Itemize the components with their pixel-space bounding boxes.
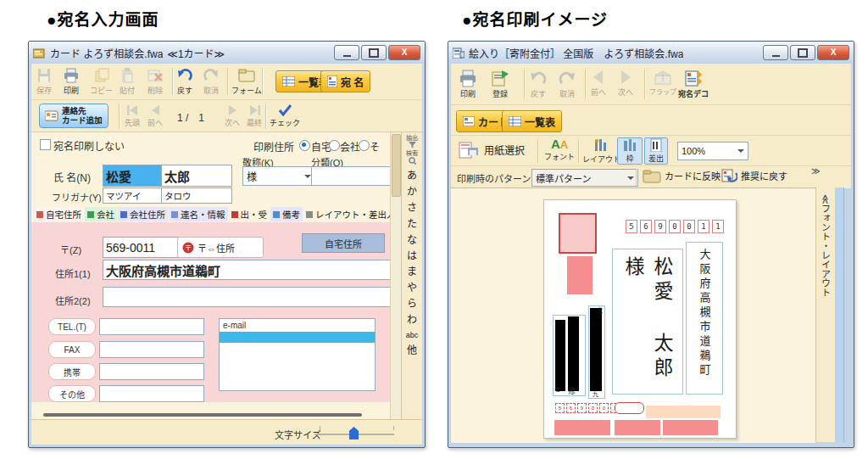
- right-title-bar[interactable]: 絵入り［寄附金付］ 全国版 よろず相談会.fwa X: [448, 42, 854, 64]
- paper-select-button[interactable]: 用紙選択: [458, 139, 525, 160]
- redo-button[interactable]: 取消: [203, 67, 220, 96]
- address1-label: 住所1(1): [55, 266, 91, 280]
- expand-panel-button[interactable]: ≫: [811, 166, 819, 176]
- tab-layout-sender[interactable]: レイアウト・差出人: [303, 207, 398, 221]
- radio-other[interactable]: [359, 140, 370, 151]
- index-sa[interactable]: さ: [407, 200, 417, 216]
- tel-input[interactable]: [99, 318, 204, 335]
- tab-list[interactable]: 一覧表: [502, 110, 562, 132]
- copy-button[interactable]: コピー: [90, 67, 113, 96]
- prev-record-button[interactable]: 前へ: [147, 104, 163, 128]
- close-button[interactable]: X: [817, 45, 849, 60]
- check-button[interactable]: チェック: [270, 104, 300, 128]
- zoom-select[interactable]: 100%: [677, 142, 748, 160]
- atena-view-button[interactable]: 宛 名: [320, 70, 370, 92]
- prev-button[interactable]: 前へ: [590, 69, 607, 98]
- tab-notes[interactable]: 備考: [270, 207, 303, 221]
- register-button[interactable]: 登録: [490, 69, 510, 99]
- next-button[interactable]: 次へ: [617, 69, 634, 98]
- section-tabs: 自宅住所 会社 会社住所 連名・情報 出・受 備考 レイアウト・差出人: [34, 207, 398, 221]
- first-record-button[interactable]: 先頭: [125, 104, 140, 128]
- save-button[interactable]: 保存: [36, 67, 53, 96]
- tab-company-address[interactable]: 会社住所: [118, 207, 168, 221]
- pattern-select[interactable]: 標準パターン: [531, 169, 638, 187]
- index-ya[interactable]: や: [407, 280, 417, 296]
- sender-toggle-button[interactable]: 差出: [644, 137, 668, 165]
- recipient-name-frame[interactable]: 松愛 太郎 様: [612, 249, 683, 395]
- index-wa[interactable]: わ: [407, 312, 417, 328]
- index-abc[interactable]: abc: [406, 328, 419, 343]
- fax-input[interactable]: [99, 341, 204, 358]
- font-button[interactable]: AA フォント: [544, 137, 575, 162]
- prev-icon: [148, 104, 162, 116]
- sender-name-frame[interactable]: 七 修: [553, 315, 586, 396]
- radio-company[interactable]: [329, 140, 340, 151]
- delete-button[interactable]: 削除: [147, 67, 164, 96]
- zip-address-convert-button[interactable]: 〒 〒⇔住所: [177, 237, 264, 258]
- minimize-button[interactable]: [763, 45, 788, 60]
- horizontal-scrollbar[interactable]: [43, 413, 362, 417]
- extract-filter-button[interactable]: 抽出: [406, 135, 418, 148]
- paste-button[interactable]: 貼付: [119, 67, 136, 96]
- address1-input[interactable]: 大阪府高槻市道鵜町: [103, 260, 392, 280]
- last-name-input[interactable]: 松愛: [103, 165, 165, 187]
- restore-recommended-button[interactable]: 推奨に戻す: [721, 168, 787, 183]
- print-button[interactable]: 印刷: [458, 69, 478, 99]
- furigana-first-input[interactable]: タロウ: [161, 188, 232, 204]
- category-input[interactable]: [311, 166, 392, 186]
- index-ma[interactable]: ま: [407, 264, 417, 280]
- other-tel-label: その他: [48, 385, 96, 402]
- no-print-checkbox[interactable]: [40, 139, 51, 150]
- redo-button[interactable]: 取消: [558, 69, 576, 99]
- print-address-label: 印刷住所: [253, 139, 294, 154]
- index-other[interactable]: 他: [407, 343, 417, 359]
- index-ha[interactable]: は: [407, 249, 417, 265]
- print-button[interactable]: 印刷: [63, 67, 80, 96]
- furigana-last-input[interactable]: マツアイ: [103, 188, 165, 204]
- index-ra[interactable]: ら: [407, 296, 417, 312]
- honorific-select[interactable]: 様: [242, 166, 315, 186]
- font-size-slider-handle[interactable]: [349, 427, 359, 439]
- atena-deco-button[interactable]: 宛名デコ: [678, 69, 709, 99]
- minimize-button[interactable]: [334, 45, 359, 60]
- email-listbox[interactable]: e-mail: [219, 318, 376, 391]
- add-contact-card-button[interactable]: 連絡先カード追加: [39, 104, 108, 128]
- last-record-button[interactable]: 最終: [247, 104, 262, 128]
- maximize-button[interactable]: [361, 45, 387, 60]
- search-button[interactable]: 検索: [406, 150, 418, 165]
- tab-joint-info[interactable]: 連名・情報: [169, 207, 228, 221]
- left-title-bar[interactable]: カード よろず相談会.fwa ≪1カード≫ X: [29, 42, 425, 64]
- close-button[interactable]: X: [388, 45, 420, 60]
- mobile-input[interactable]: [99, 363, 204, 380]
- radio-home[interactable]: [299, 140, 310, 151]
- next-record-button[interactable]: 次へ: [225, 104, 240, 128]
- maximize-button[interactable]: [790, 45, 815, 60]
- undo-button[interactable]: 戻す: [529, 69, 548, 99]
- flap-button[interactable]: フラップ: [649, 70, 676, 96]
- reflect-to-card-button[interactable]: カードに反映: [643, 168, 721, 183]
- tab-company[interactable]: 会社: [85, 207, 117, 221]
- index-ka[interactable]: か: [407, 184, 417, 200]
- tab-sent-received[interactable]: 出・受: [229, 207, 270, 221]
- email-selected-row[interactable]: [220, 332, 375, 343]
- index-ta[interactable]: た: [407, 216, 417, 232]
- form-button[interactable]: フォーム: [231, 67, 262, 96]
- recipient-address-frame[interactable]: 大阪府高槻市道鵜町: [686, 242, 723, 395]
- vertical-scrollbar[interactable]: [390, 132, 401, 421]
- home-address-badge[interactable]: 自宅住所: [302, 233, 385, 253]
- sender-address-frame[interactable]: 大 九: [588, 305, 605, 399]
- font-layout-panel-collapsed[interactable]: ≪フォント・レイアウト: [815, 188, 837, 442]
- index-a[interactable]: あ: [407, 168, 417, 184]
- undo-button[interactable]: 戻す: [176, 67, 193, 96]
- tab-home-address[interactable]: 自宅住所: [34, 207, 84, 221]
- flap-icon: [654, 70, 672, 86]
- redaction-bar: [555, 320, 565, 391]
- other-tel-input[interactable]: [99, 385, 204, 402]
- zip-input[interactable]: 569-0011: [103, 237, 179, 258]
- layout-button[interactable]: レイアウト: [582, 137, 620, 165]
- address2-input[interactable]: [103, 287, 392, 307]
- index-na[interactable]: な: [407, 232, 417, 249]
- frame-toggle-button[interactable]: 枠: [617, 137, 643, 165]
- first-name-input[interactable]: 太郎: [161, 165, 232, 187]
- kana-index-strip: 抽出 検索 あ か さ た な は ま や ら わ abc 他: [401, 132, 422, 421]
